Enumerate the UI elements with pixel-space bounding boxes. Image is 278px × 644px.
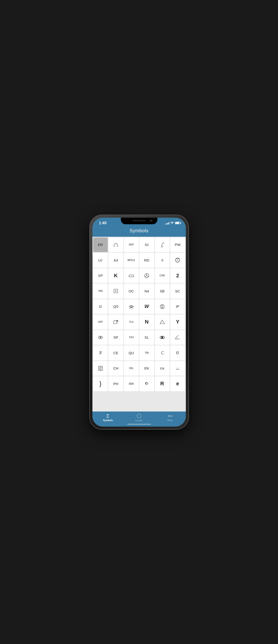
symbol-cell-bps11[interactable]: BPS11	[124, 253, 139, 268]
symbol-cell-box-arrow[interactable]	[108, 314, 123, 330]
symbol-cell-a3[interactable]: A3	[108, 253, 123, 268]
cell-label-ek: EK	[144, 366, 149, 370]
symbol-cell-sb[interactable]: SB	[155, 284, 170, 298]
symbol-cell-w-fancy[interactable]: W	[139, 299, 154, 314]
home-indicator	[92, 423, 186, 426]
symbol-cell-vel[interactable]: VEL	[124, 361, 139, 376]
symbol-cell-eye-s[interactable]: S	[93, 330, 108, 345]
symbol-cell-pw[interactable]: PW	[170, 238, 185, 252]
symbol-cell-fx3[interactable]: FX3	[124, 330, 139, 345]
cell-label-y: Y	[176, 319, 180, 324]
symbols-icon: Σ	[106, 414, 109, 418]
svg-rect-5	[129, 275, 134, 277]
symbol-cell-face[interactable]	[170, 361, 185, 376]
cell-label-sc: SC	[175, 289, 180, 293]
cell-label-xp: XP	[98, 274, 103, 277]
symbol-cell-ch[interactable]: CH	[108, 361, 123, 376]
symbol-cell-tr5[interactable]: TR5	[93, 284, 108, 298]
symbol-cell-qu[interactable]: QU	[124, 346, 139, 360]
page-title: Symbols	[130, 228, 148, 233]
cell-label-vel: VEL	[129, 367, 134, 370]
symbol-cell-arrows[interactable]: 〈||〉	[155, 253, 170, 268]
symbol-cell-cycle[interactable]	[170, 253, 185, 268]
symbol-cell-chd[interactable]: CHD	[155, 268, 170, 283]
symbol-cell-rect[interactable]	[124, 268, 139, 283]
cell-label-pw: PW	[175, 243, 180, 246]
svg-point-33	[137, 414, 141, 418]
status-icons	[165, 221, 181, 225]
symbol-cell-triangle[interactable]	[155, 314, 170, 330]
symbol-cell-e[interactable]: e	[170, 376, 185, 391]
cell-label-sl: SL	[144, 336, 149, 339]
symbol-cell-ekp[interactable]: EKP	[124, 238, 139, 252]
symbol-cell-hanger[interactable]	[170, 330, 185, 345]
cell-label-bps11: BPS11	[128, 259, 135, 262]
cell-label-eba: EBA	[129, 382, 134, 385]
symbol-cell-arrow-left[interactable]	[139, 376, 154, 391]
symbol-cell-sl[interactable]: SL	[139, 330, 154, 345]
svg-text:5: 5	[115, 290, 116, 292]
tab-more[interactable]: ••• More	[155, 414, 186, 422]
symbol-cell-ux[interactable]: Ux	[155, 361, 170, 376]
notch	[121, 218, 157, 224]
symbol-cell-xp[interactable]: XP	[93, 268, 108, 283]
symbol-cell-el[interactable]	[155, 238, 170, 252]
cell-label-tr5: TR5	[98, 290, 102, 292]
symbol-cell-oc[interactable]: OC	[124, 284, 139, 298]
symbol-cell-i2[interactable]: I2	[93, 299, 108, 314]
lenses-icon	[136, 414, 142, 418]
symbol-cell-ce[interactable]: CE	[108, 346, 123, 360]
cell-label-ekp: EKP	[129, 243, 134, 246]
status-time: 1:40	[97, 221, 106, 225]
symbol-cell-eba[interactable]: EBA	[124, 376, 139, 391]
cell-label-rd: RD	[144, 258, 149, 262]
signal-icon	[165, 222, 169, 224]
symbol-cell-ph[interactable]: PH	[108, 376, 123, 391]
symbol-cell-eye-bold[interactable]	[155, 330, 170, 345]
symbol-cell-rd[interactable]: RD	[139, 253, 154, 268]
symbol-cell-e-box[interactable]	[93, 361, 108, 376]
symbol-cell-c-curve[interactable]	[155, 346, 170, 360]
symbol-grid-container[interactable]: EREKPGIPWUтA3BPS11RD〈||〉XPKCHD2TR55OCN4S…	[92, 237, 186, 412]
cell-label-two: 2	[176, 273, 179, 278]
symbol-cell-sp[interactable]: SP	[108, 330, 123, 345]
symbol-cell-d-bar[interactable]: ď	[93, 346, 108, 360]
symbol-cell-ek[interactable]: EK	[139, 361, 154, 376]
symbol-cell-er[interactable]: ER	[93, 238, 108, 252]
symbol-cell-ut[interactable]: Uт	[93, 253, 108, 268]
cell-label-qu: QU	[129, 351, 134, 355]
symbol-cell-ip[interactable]: IP	[170, 299, 185, 314]
symbol-cell-e-circle2[interactable]	[170, 346, 185, 360]
symbol-cell-pie[interactable]	[139, 268, 154, 283]
symbol-cell-y[interactable]: Y	[170, 314, 185, 330]
cell-label-ph: PH	[114, 382, 118, 386]
symbol-cell-gi[interactable]: GI	[139, 238, 154, 252]
tab-lenses[interactable]: Lenses	[124, 414, 155, 422]
symbol-cell-bracket[interactable]: )	[93, 376, 108, 391]
symbol-cell-tlx[interactable]: TLX	[124, 314, 139, 330]
symbol-cell-tri1[interactable]: TRI	[139, 346, 154, 360]
tab-lenses-label: Lenses	[135, 419, 143, 422]
cell-label-gi: GI	[145, 243, 148, 246]
symbol-cell-sc[interactable]: SC	[170, 284, 185, 298]
svg-text:S: S	[100, 336, 101, 338]
symbol-cell-five-box[interactable]: 5	[108, 284, 123, 298]
symbol-cell-omega[interactable]	[108, 238, 123, 252]
cell-label-qs: QS	[113, 305, 118, 308]
symbol-cell-eye-line[interactable]	[124, 299, 139, 314]
symbol-cell-s-circle[interactable]	[155, 299, 170, 314]
tab-symbols-label: Symbols	[103, 419, 113, 422]
symbol-cell-off[interactable]: OFF	[93, 314, 108, 330]
cell-label-i2: I2	[99, 305, 102, 308]
cell-label-ch: CH	[113, 366, 118, 370]
symbol-cell-k[interactable]: K	[108, 268, 123, 283]
cell-label-e: e	[176, 381, 179, 386]
symbol-cell-n[interactable]: N	[139, 314, 154, 330]
symbol-cell-r[interactable]: R	[155, 376, 170, 391]
symbol-cell-qs[interactable]: QS	[108, 299, 123, 314]
symbol-cell-two[interactable]: 2	[170, 268, 185, 283]
tab-symbols[interactable]: Σ Symbols	[92, 414, 124, 422]
symbol-cell-n4[interactable]: N4	[139, 284, 154, 298]
cell-label-a3: A3	[114, 258, 118, 262]
svg-point-12	[131, 306, 132, 307]
